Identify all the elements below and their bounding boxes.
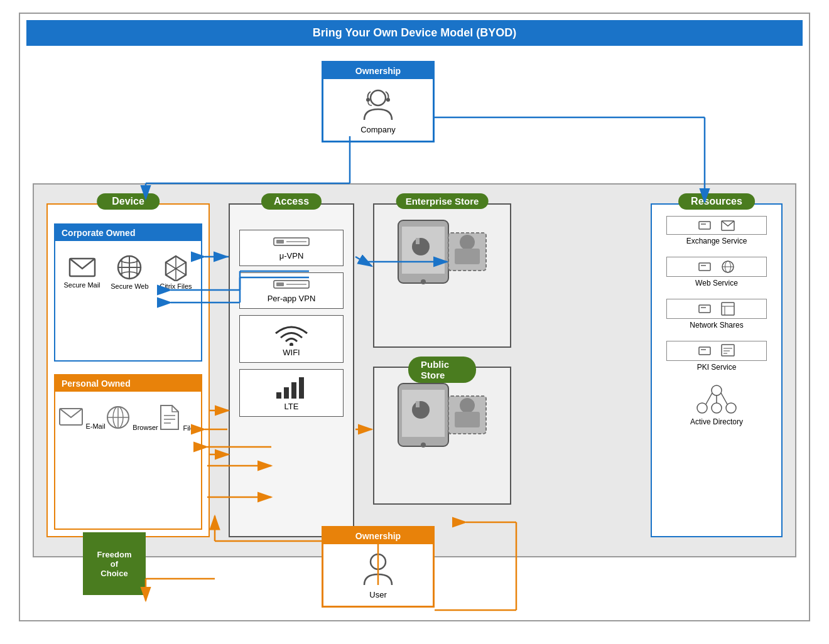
wifi-icon [273,321,310,346]
pki-service-label: PKI Service [697,363,737,372]
svg-point-63 [712,385,722,395]
secure-mail-label: Secure Mail [63,281,100,289]
svg-rect-21 [276,282,284,286]
content-area: Device Corporate Owned Secure Mail [33,183,796,557]
network-shares-box [666,299,767,319]
active-directory-item: Active Directory [658,383,775,426]
perapp-vpn-label: Per-app VPN [245,294,338,303]
company-icon [359,85,397,123]
web-service-box [666,257,767,277]
lte-item: LTE [239,369,344,417]
svg-rect-48 [701,265,706,266]
wifi-label: WIFI [245,348,338,357]
svg-rect-27 [299,377,304,399]
enterprise-store-icon [392,214,492,289]
svg-point-65 [726,403,736,413]
citrix-files-icon [162,254,190,281]
svg-point-2 [386,98,390,102]
company-label: Company [330,125,426,134]
pki-icon [721,344,735,358]
pki-bar-icon [698,346,717,356]
access-items: μ-VPN Per-app VPN [230,230,353,417]
svg-point-34 [460,235,475,250]
svg-point-39 [412,401,430,419]
citrix-files-label: Citrix Files [160,282,192,290]
secure-mail-icon-item: Secure Mail [58,255,106,289]
svg-rect-35 [455,249,480,264]
pki-service-box [666,341,767,361]
svg-point-30 [421,279,426,284]
email-icon-item: E-Mail [58,406,105,430]
svg-rect-59 [722,345,734,356]
svg-point-31 [412,238,430,255]
globe-icon [721,260,735,274]
email-label: E-Mail [85,422,105,430]
svg-point-23 [290,343,293,346]
user-label: User [330,590,426,599]
secure-web-icon-item: Secure Web [106,254,154,290]
ownership-company-title: Ownership [323,63,433,79]
svg-point-0 [371,90,386,105]
wifi-item: WIFI [239,315,344,363]
perapp-vpn-icon [273,278,310,291]
exchange-icon [698,220,717,230]
active-directory-icon [695,383,739,417]
svg-point-64 [697,403,707,413]
perapp-vpn-item: Per-app VPN [239,272,344,309]
network-bar-icon [698,304,717,314]
shares-icon [721,302,735,316]
access-section: Access μ-VPN [229,203,354,537]
enterprise-store-icon-area [374,205,510,299]
svg-point-38 [421,443,426,448]
enterprise-store-section: Enterprise Store [373,203,511,348]
public-store-section: Public Store [373,367,511,505]
web-service-label: Web Service [695,279,738,287]
svg-rect-40 [416,401,420,407]
resources-label: Resources [678,193,755,210]
corporate-title: Corporate Owned [55,225,201,241]
svg-rect-26 [291,382,296,399]
resources-section: Resources Exchange Service [651,203,783,537]
svg-rect-18 [276,240,284,244]
svg-point-42 [460,398,475,413]
mail-res-icon [721,219,735,232]
main-container: Bring Your Own Device Model (BYOD) Owner… [19,13,810,621]
web-bar-icon [698,262,717,272]
secure-mail-icon [68,255,96,280]
browser-icon [106,405,131,430]
uvpn-item: μ-VPN [239,230,344,266]
svg-rect-32 [416,238,420,244]
svg-rect-24 [276,392,281,399]
citrix-files-icon-item: Citrix Files [154,254,198,290]
ownership-user-body: User [323,544,433,606]
network-shares-label: Network Shares [690,321,743,330]
user-icon [361,550,396,588]
network-shares-item: Network Shares [658,299,775,330]
public-store-icon [392,377,492,453]
svg-rect-57 [699,347,710,355]
email-icon [58,406,84,429]
exchange-service-box [666,216,767,235]
files-label: Files [183,424,197,432]
personal-box: Personal Owned E-Mail [54,374,202,530]
personal-icons: E-Mail Browser [55,392,201,438]
svg-point-66 [712,403,722,413]
svg-point-81 [371,554,386,569]
svg-line-69 [721,393,727,404]
personal-title: Personal Owned [55,375,201,392]
svg-rect-43 [455,412,480,427]
ownership-company-body: Company [323,79,433,141]
exchange-label: Exchange Service [686,237,747,245]
corporate-icons: Secure Mail Secure Web [55,241,201,296]
enterprise-store-label: Enterprise Store [396,193,489,209]
secure-web-icon [116,254,143,281]
svg-rect-58 [701,349,706,350]
device-label: Device [97,193,160,210]
freedom-choice-label: FreedomofChoice [97,550,132,578]
lte-label: LTE [245,402,338,411]
files-icon-item: Files [158,404,197,432]
svg-point-1 [366,98,370,102]
web-service-item: Web Service [658,257,775,287]
pki-service-item: PKI Service [658,341,775,372]
freedom-choice-box: FreedomofChoice [83,532,146,595]
